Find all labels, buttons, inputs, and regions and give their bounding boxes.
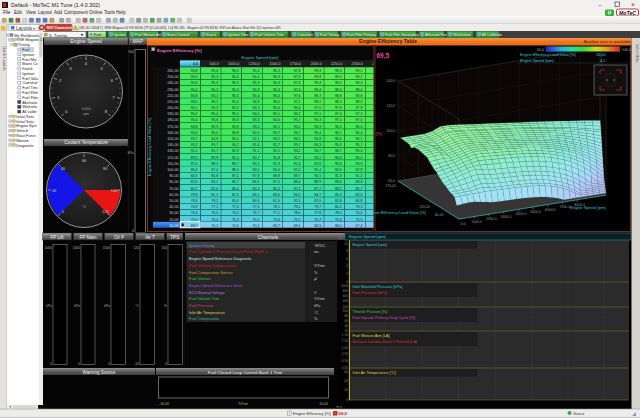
svg-text:68,5: 68,5 [314, 224, 321, 228]
svg-text:My Workbooks: My Workbooks [14, 34, 39, 38]
svg-text:Value Help: Value Help [635, 44, 639, 62]
svg-text:95,0: 95,0 [211, 131, 218, 135]
svg-text:75,3: 75,3 [232, 218, 239, 222]
svg-text:99,3: 99,3 [335, 69, 342, 73]
svg-text:10,: 10, [339, 236, 344, 240]
svg-text:Quick Launch: Quick Launch [2, 46, 7, 70]
svg-text:75,7: 75,7 [314, 218, 321, 222]
svg-text:96,4: 96,4 [355, 131, 362, 135]
svg-text:1000,0: 1000,0 [471, 220, 482, 224]
svg-text:0,0: 0,0 [193, 62, 198, 66]
svg-text:8: 8 [346, 249, 348, 253]
svg-text:91,7: 91,7 [211, 149, 218, 153]
svg-text:97,4: 97,4 [355, 112, 362, 116]
svg-text:Fuel Pressure: Fuel Pressure [189, 303, 213, 308]
svg-text:10,00: 10,00 [169, 224, 178, 228]
svg-text:84,2: 84,2 [211, 180, 218, 184]
svg-text:93,7: 93,7 [294, 143, 301, 147]
svg-text:Oil P: Oil P [114, 235, 124, 240]
svg-text:94,8: 94,8 [191, 125, 198, 129]
svg-text:°C: °C [135, 304, 139, 308]
svg-text:94,8: 94,8 [191, 94, 198, 98]
svg-text:0: 0 [132, 229, 134, 233]
svg-text:75,5: 75,5 [355, 218, 362, 222]
svg-text:Fuel Mixture Aim [LA]: Fuel Mixture Aim [LA] [353, 333, 390, 338]
svg-text:82,6: 82,6 [211, 187, 218, 191]
svg-text:Edit: Edit [14, 10, 23, 15]
svg-text:Knock: Knock [22, 67, 33, 71]
svg-text:99,0: 99,0 [355, 81, 362, 85]
svg-text:Engine Speed [rpm]: Engine Speed [rpm] [520, 59, 554, 63]
svg-text:%: % [164, 304, 167, 308]
svg-text:96,1: 96,1 [335, 131, 342, 135]
svg-text:89,7: 89,7 [294, 174, 301, 178]
svg-text:Initial Setu: Initial Setu [16, 120, 34, 124]
svg-text:Fuel: Fuel [94, 33, 101, 37]
svg-text:6000,0: 6000,0 [545, 208, 556, 212]
svg-text:3000,0: 3000,0 [501, 215, 512, 219]
svg-text:95,5: 95,5 [232, 112, 239, 116]
svg-text:140,00: 140,00 [167, 143, 178, 147]
svg-text:98,8: 98,8 [355, 94, 362, 98]
svg-text:90,2: 90,2 [252, 162, 259, 166]
svg-text:230,00: 230,00 [167, 88, 178, 92]
svg-text:87,4: 87,4 [211, 168, 218, 172]
svg-text:Fuel Timing: Fuel Timing [320, 33, 339, 37]
svg-text:Fuel Timi: Fuel Timi [22, 86, 38, 90]
svg-text:Another axis is available.: Another axis is available. [583, 39, 632, 44]
svg-text:Tuning: Tuning [18, 43, 29, 47]
svg-text:Ignition: Ignition [22, 72, 34, 76]
svg-text:600: 600 [343, 294, 349, 298]
svg-text:ine Efficiency Load Value [%]: ine Efficiency Load Value [%] [375, 210, 426, 215]
svg-text:2: 2 [346, 272, 348, 276]
svg-text:70,00: 70,00 [169, 187, 178, 191]
svg-text:77,5: 77,5 [252, 205, 259, 209]
svg-text:▾: ▾ [33, 26, 35, 31]
svg-text:88,8: 88,8 [355, 180, 362, 184]
svg-text:2250,0: 2250,0 [331, 62, 342, 66]
svg-text:80,8: 80,8 [355, 199, 362, 203]
svg-text:60,0: 60,0 [537, 48, 544, 52]
svg-text:94,3: 94,3 [191, 131, 198, 135]
svg-text:°C: °C [82, 205, 86, 209]
svg-text:×: × [631, 1, 635, 8]
svg-text:150,00: 150,00 [167, 137, 178, 141]
svg-text:91,4: 91,4 [314, 168, 321, 172]
svg-text:0,0: 0,0 [461, 222, 466, 226]
svg-text:Channels: Channels [258, 235, 279, 240]
svg-text:10: 10 [344, 242, 348, 246]
svg-text:FP Main: FP Main [79, 235, 96, 240]
svg-text:80,00: 80,00 [169, 180, 178, 184]
svg-text:88,2: 88,2 [211, 162, 218, 166]
svg-text:Fuel Composition Sensor: Fuel Composition Sensor [189, 270, 233, 275]
svg-text:Alternate Fuel: Alternate Fuel [425, 33, 448, 37]
svg-text:Fuel Mixture Aim: Fuel Mixture Aim [135, 33, 162, 37]
svg-text:94,2: 94,2 [294, 137, 301, 141]
svg-text:Ignition: Ignition [114, 33, 126, 37]
svg-text:85,3: 85,3 [252, 187, 259, 191]
svg-text:98,8: 98,8 [335, 94, 342, 98]
svg-text:94,3: 94,3 [252, 106, 259, 110]
svg-text:93,0: 93,0 [191, 100, 198, 104]
svg-text:99,8: 99,8 [314, 75, 321, 79]
svg-text:40: 40 [344, 379, 348, 383]
svg-text:96,3: 96,3 [273, 88, 280, 92]
svg-text:87,4: 87,4 [191, 162, 198, 166]
svg-text:50,00: 50,00 [169, 199, 178, 203]
svg-text:2500,0: 2500,0 [352, 62, 363, 66]
svg-text:92,7: 92,7 [294, 156, 301, 160]
svg-text:Boost Control: Boost Control [167, 33, 190, 37]
svg-text:76,5: 76,5 [232, 211, 239, 215]
svg-text:Exhaust Lambda Bank 1 Filtered: Exhaust Lambda Bank 1 Filtered [LA] [353, 339, 417, 344]
svg-text:Camshaf: Camshaf [22, 81, 38, 85]
svg-text:92,7: 92,7 [273, 143, 280, 147]
svg-text:0: 0 [78, 362, 80, 366]
svg-text:95,3: 95,3 [232, 88, 239, 92]
svg-text:140,0: 140,0 [386, 79, 395, 83]
svg-text:Fuel Film: Fuel Film [22, 96, 38, 100]
svg-text:76,4: 76,4 [191, 211, 198, 215]
svg-text:kPa: kPa [46, 304, 52, 308]
svg-text:95,4: 95,4 [211, 81, 218, 85]
svg-text:Coolant Temperature: Coolant Temperature [64, 140, 108, 145]
svg-text:97,0: 97,0 [335, 118, 342, 122]
